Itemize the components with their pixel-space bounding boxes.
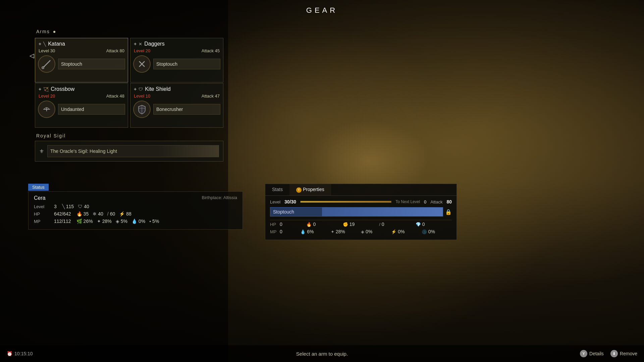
card-plus-shield: + xyxy=(134,86,137,92)
wind-stat-val: 0% xyxy=(366,229,372,234)
thunder-icon: ⚡ xyxy=(119,211,125,217)
status-panel: Status Cera Birthplace: Altissia Level 3… xyxy=(28,184,243,230)
card-plus-crossbow: + xyxy=(39,86,41,92)
weapon-card-daggers[interactable]: + ✕ Daggers Level 20 Attack 45 Stoptouch xyxy=(130,38,223,82)
tab-properties[interactable]: YProperties xyxy=(289,184,331,195)
gem-stat-icon: 💎 xyxy=(416,222,421,227)
weapon-level-daggers: Level 20 xyxy=(134,48,150,53)
sigil-icon: ⚜ xyxy=(39,148,44,155)
ability-name: Stoptouch xyxy=(273,209,294,215)
stats-content: Level 30/30 To Next Level 0 Attack 80 St… xyxy=(265,196,457,240)
shield-symbol: 🛡 xyxy=(139,87,143,92)
bottom-bar: ⏰ 10:15:10 Select an arm to equip. Y Det… xyxy=(0,345,644,362)
page-title: GEAR xyxy=(306,6,338,15)
water-stat-icon: 💧 xyxy=(300,229,306,234)
weapon-level-crossbow: Level 20 xyxy=(39,94,55,99)
ice-icon: ❄ xyxy=(93,211,97,217)
cursor-indicator: ◁ xyxy=(30,52,34,59)
crossbow-ability: Undaunted xyxy=(58,104,125,115)
star-stat-val: 28% xyxy=(336,229,345,234)
weapon-name-crossbow: Crossbow xyxy=(51,86,74,92)
other-pct: 5% xyxy=(152,219,159,224)
attack-label: Attack xyxy=(430,199,442,204)
stats-panel: Stats YProperties Level 30/30 To Next Le… xyxy=(265,184,457,240)
sigil-card[interactable]: ⚜ The Oracle's Sigil: Healing Light xyxy=(35,141,223,162)
to-next-val: 0 xyxy=(424,199,426,204)
hp-stat-label: HP xyxy=(270,222,278,227)
thunder-val: 88 xyxy=(126,211,131,217)
fire-stat-val: 0 xyxy=(313,222,316,227)
fire-val: 35 xyxy=(84,211,89,217)
sword-icon: ╲ xyxy=(62,204,65,209)
hp-label: HP xyxy=(34,212,54,217)
shield-ability: Bonecrusher xyxy=(153,104,220,115)
weapon-card-crossbow[interactable]: + 🏹 Crossbow Level 20 Attack 48 Undaunte… xyxy=(35,83,128,128)
fist-stat-icon: ✊ xyxy=(343,222,348,227)
stats-level-label: Level xyxy=(270,199,280,204)
weapon-card-katana[interactable]: + ╲ Katana Level 30 Attack 80 Stoptouch xyxy=(35,38,128,82)
ability-bar: Stoptouch xyxy=(270,207,443,217)
light-pct: 28% xyxy=(102,219,112,224)
weapon-attack-katana: Attack 80 xyxy=(106,48,124,53)
to-next-label: To Next Level xyxy=(395,199,420,204)
weapon-attack-daggers: Attack 45 xyxy=(202,48,220,53)
royal-sigil-label: Royal Sigil xyxy=(36,133,66,138)
dark-pct: 5% xyxy=(121,219,127,224)
slash-stat-val: 0 xyxy=(382,222,384,227)
weapon-name-shield: Kite Shield xyxy=(145,86,171,92)
details-button[interactable]: Y xyxy=(580,350,587,357)
hp-stat-val: 0 xyxy=(280,222,282,227)
arms-dot xyxy=(53,31,55,33)
level-label: Level xyxy=(34,204,54,209)
stats-progress-fill xyxy=(301,201,391,202)
attack-val: 80 xyxy=(446,199,452,204)
wind-stat-icon: ◈ xyxy=(361,229,364,234)
sword-val: 115 xyxy=(66,204,74,209)
crossbow-symbol: 🏹 xyxy=(43,87,49,92)
star-stat-icon: ✦ xyxy=(331,229,334,234)
hint-text: Select an arm to equip. xyxy=(296,351,348,357)
water-icon: 💧 xyxy=(131,219,137,224)
wind-icon: 🌿 xyxy=(76,219,82,224)
dark-icon: ◈ xyxy=(116,219,119,224)
weapon-name-katana: Katana xyxy=(48,41,65,47)
y-button[interactable]: Y xyxy=(296,187,302,193)
shield-val: 40 xyxy=(84,204,89,209)
crossbow-icon xyxy=(38,101,55,118)
birthplace: Birthplace: Altissia xyxy=(202,195,237,201)
weapon-name-daggers: Daggers xyxy=(144,41,164,47)
remove-button[interactable]: ⬇ xyxy=(610,350,618,357)
clock: ⏰ 10:15:10 xyxy=(7,351,33,356)
card-plus-daggers: + xyxy=(134,41,137,47)
shield-icon xyxy=(133,101,151,118)
level-value: 3 xyxy=(54,204,57,209)
katana-symbol: ╲ xyxy=(43,42,46,47)
light-icon: ✦ xyxy=(97,219,101,224)
weapon-attack-crossbow: Attack 48 xyxy=(106,94,124,99)
weapon-card-kite-shield[interactable]: + 🛡 Kite Shield Level 10 Attack 47 Bonec… xyxy=(130,83,223,128)
stats-level-val: 30/30 xyxy=(284,199,296,204)
mp-label: MP xyxy=(34,219,54,224)
daggers-symbol: ✕ xyxy=(139,42,142,47)
thunder-stat-icon: ⚡ xyxy=(391,229,396,234)
mp-stat-label: MP xyxy=(270,229,278,234)
remove-action[interactable]: ⬇ Remove xyxy=(610,350,637,357)
mp-stat-val: 0 xyxy=(280,229,282,234)
fire-stat-icon: 🔥 xyxy=(306,222,312,227)
details-label: Details xyxy=(589,351,604,356)
weapon-level-shield: Level 10 xyxy=(134,94,150,99)
svg-point-2 xyxy=(42,67,44,69)
details-action[interactable]: Y Details xyxy=(580,350,604,357)
slash-icon: / xyxy=(107,211,109,217)
katana-ability: Stoptouch xyxy=(58,59,125,69)
hp-value: 642/642 xyxy=(54,211,71,217)
divider-1 xyxy=(270,220,452,220)
char-name: Cera xyxy=(34,195,46,201)
gem-stat-val: 0 xyxy=(422,222,425,227)
slash-stat-icon: / xyxy=(379,222,380,227)
fist-stat-val: 19 xyxy=(350,222,355,227)
lock-icon: 🔒 xyxy=(445,209,452,215)
tab-stats[interactable]: Stats xyxy=(265,184,289,195)
status-box: Cera Birthplace: Altissia Level 3 ╲ 115 … xyxy=(28,191,243,230)
status-tab[interactable]: Status xyxy=(28,184,49,191)
